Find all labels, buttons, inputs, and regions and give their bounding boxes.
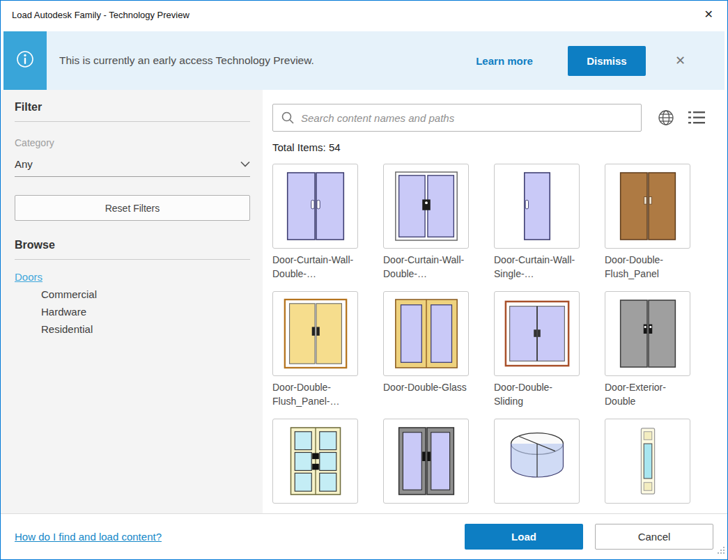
window-close-button[interactable]: ✕ xyxy=(700,8,718,22)
region-globe-button[interactable] xyxy=(653,105,679,130)
cancel-button[interactable]: Cancel xyxy=(595,524,713,550)
info-icon xyxy=(15,49,36,72)
banner-close-icon[interactable]: ✕ xyxy=(675,54,686,67)
chevron-down-icon xyxy=(240,157,250,170)
family-thumbnail-revolving[interactable] xyxy=(494,419,580,504)
resize-grip[interactable] xyxy=(716,545,725,557)
family-thumbnail-exterior-double-gray[interactable] xyxy=(605,291,690,376)
dismiss-button[interactable]: Dismiss xyxy=(568,46,646,76)
title-bar[interactable]: Load Autodesk Family - Technology Previe… xyxy=(1,1,727,29)
family-thumbnail-double-panel-gray[interactable] xyxy=(383,419,469,504)
family-label: Door-Double-Flush_Panel xyxy=(605,254,690,281)
search-box xyxy=(272,104,642,132)
total-items-value: 54 xyxy=(329,141,341,153)
reset-filters-button[interactable]: Reset Filters xyxy=(15,195,250,221)
filter-sidebar: Filter Category Any Reset Filters Browse… xyxy=(1,90,263,513)
family-thumbnail-double-flush-panel-yellow[interactable] xyxy=(272,291,358,376)
family-label: Door-Curtain-Wall-Double-… xyxy=(383,254,469,281)
family-label: Door-Double-Sliding xyxy=(494,381,580,408)
browse-tree: Doors Commercial Hardware Residential xyxy=(15,271,250,335)
list-view-toggle-button[interactable] xyxy=(684,105,709,130)
help-link[interactable]: How do I find and load content? xyxy=(15,531,162,543)
family-item xyxy=(494,419,580,513)
family-item xyxy=(272,419,358,513)
family-item: Door-Double-Flush_Panel-… xyxy=(272,291,358,419)
tree-item-commercial[interactable]: Commercial xyxy=(41,288,250,300)
family-label: Door-Double-Flush_Panel-… xyxy=(272,381,358,408)
dialog-footer: How do I find and load content? Load Can… xyxy=(1,513,727,559)
dialog-content: Filter Category Any Reset Filters Browse… xyxy=(1,90,727,513)
search-row xyxy=(272,104,727,132)
family-thumbnail-double-glass[interactable] xyxy=(383,291,469,376)
banner-message: This is currently an early access Techno… xyxy=(59,54,314,67)
search-input[interactable] xyxy=(272,104,642,132)
tree-item-hardware[interactable]: Hardware xyxy=(41,306,250,318)
divider xyxy=(15,121,250,122)
total-items: Total Items: 54 xyxy=(272,141,727,153)
tech-preview-banner: This is currently an early access Techno… xyxy=(3,31,725,90)
divider xyxy=(15,259,250,260)
load-autodesk-family-dialog: Load Autodesk Family - Technology Previe… xyxy=(0,0,728,560)
window-title: Load Autodesk Family - Technology Previe… xyxy=(12,10,700,20)
family-label: Door-Double-Glass xyxy=(383,381,469,395)
tree-item-doors[interactable]: Doors xyxy=(15,271,250,283)
results-panel: Total Items: 54 Door-Curtain-Wall-Double… xyxy=(263,90,727,513)
family-item xyxy=(605,419,690,513)
category-dropdown[interactable]: Any xyxy=(15,157,250,177)
browse-heading: Browse xyxy=(15,239,250,251)
load-button[interactable]: Load xyxy=(465,524,583,550)
family-item: Door-Curtain-Wall-Double-… xyxy=(272,164,358,291)
learn-more-link[interactable]: Learn more xyxy=(476,55,533,67)
family-label: Door-Curtain-Wall-Double-… xyxy=(272,254,358,281)
family-item: Door-Double-Glass xyxy=(383,291,469,419)
family-thumbnail-curtain-wall-double[interactable] xyxy=(272,164,358,249)
family-item: Door-Exterior-Double xyxy=(605,291,690,419)
family-item: Door-Curtain-Wall-Double-… xyxy=(383,164,469,291)
family-label: Door-Curtain-Wall-Single-… xyxy=(494,254,580,281)
tree-item-residential[interactable]: Residential xyxy=(41,323,250,335)
family-grid: Door-Curtain-Wall-Double-…Door-Curtain-W… xyxy=(272,164,727,513)
family-thumbnail-curtain-wall-double-framed[interactable] xyxy=(383,164,469,249)
family-thumbnail-curtain-wall-single[interactable] xyxy=(494,164,580,249)
category-label: Category xyxy=(15,137,250,148)
family-item: Door-Curtain-Wall-Single-… xyxy=(494,164,580,291)
info-icon-block xyxy=(3,31,47,90)
filter-heading: Filter xyxy=(15,101,250,114)
family-item xyxy=(383,419,469,513)
family-thumbnail-double-glass-french[interactable] xyxy=(272,419,358,504)
total-items-label: Total Items: xyxy=(272,141,326,153)
family-item: Door-Double-Flush_Panel xyxy=(605,164,690,291)
category-value: Any xyxy=(15,158,33,170)
family-thumbnail-double-flush-brown[interactable] xyxy=(605,164,690,249)
family-label: Door-Exterior-Double xyxy=(605,381,690,408)
family-thumbnail-double-sliding[interactable] xyxy=(494,291,580,376)
family-thumbnail-single-profile[interactable] xyxy=(605,419,690,504)
family-item: Door-Double-Sliding xyxy=(494,291,580,419)
